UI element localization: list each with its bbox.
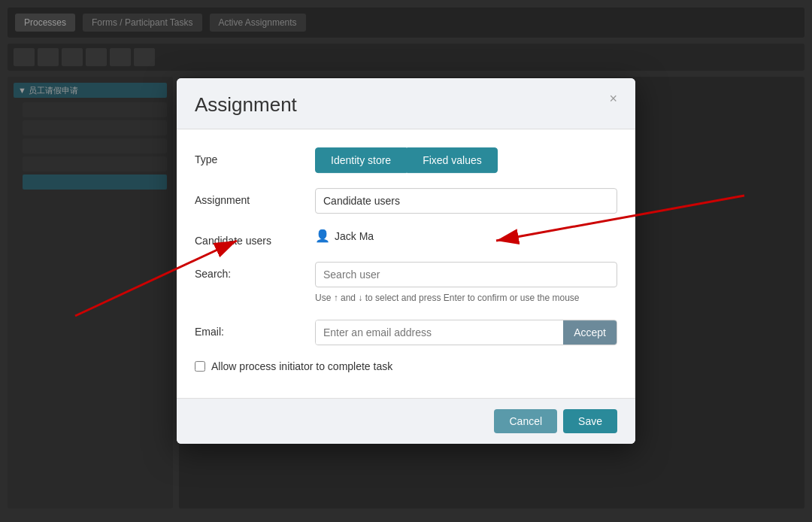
accept-button[interactable]: Accept (563, 320, 617, 344)
checkbox-row: Allow process initiator to complete task (195, 360, 617, 372)
initiator-checkbox[interactable] (195, 361, 205, 372)
type-row: Type Identity store Fixed values (195, 147, 617, 173)
assignment-label: Assignment (195, 188, 315, 206)
candidate-users-row: Candidate users 👤 Jack Ma (195, 229, 617, 247)
email-label: Email: (195, 320, 315, 338)
search-row: Search: Use ↑ and ↓ to select and press … (195, 262, 617, 305)
candidate-users-control: 👤 Jack Ma (315, 229, 617, 243)
search-control: Use ↑ and ↓ to select and press Enter to… (315, 262, 617, 305)
assignment-input[interactable] (315, 188, 617, 214)
type-label: Type (195, 147, 315, 165)
modal-title: Assignment (195, 93, 297, 116)
save-button[interactable]: Save (563, 409, 617, 433)
modal-body: Type Identity store Fixed values Assignm… (177, 129, 635, 398)
email-input[interactable] (316, 320, 563, 344)
fixed-values-button[interactable]: Fixed values (407, 147, 498, 173)
candidate-user-item: 👤 Jack Ma (315, 229, 617, 243)
checkbox-label: Allow process initiator to complete task (211, 360, 392, 372)
candidate-user-name: Jack Ma (335, 230, 374, 242)
identity-store-button[interactable]: Identity store (315, 147, 407, 173)
assignment-modal: Assignment × Type Identity store Fixed v… (177, 78, 635, 444)
user-avatar-icon: 👤 (315, 229, 330, 243)
candidate-users-label: Candidate users (195, 229, 315, 247)
modal-footer: Cancel Save (177, 398, 635, 444)
email-input-wrap: Accept (315, 320, 617, 345)
modal-close-button[interactable]: × (603, 89, 623, 108)
search-label: Search: (195, 262, 315, 280)
assignment-control (315, 188, 617, 214)
email-control: Accept (315, 320, 617, 345)
cancel-button[interactable]: Cancel (494, 409, 557, 433)
assignment-row: Assignment (195, 188, 617, 214)
search-input[interactable] (315, 262, 617, 287)
email-row: Email: Accept (195, 320, 617, 345)
type-buttons-group: Identity store Fixed values (315, 147, 617, 173)
search-hint: Use ↑ and ↓ to select and press Enter to… (315, 292, 617, 305)
modal-header: Assignment × (177, 78, 635, 129)
